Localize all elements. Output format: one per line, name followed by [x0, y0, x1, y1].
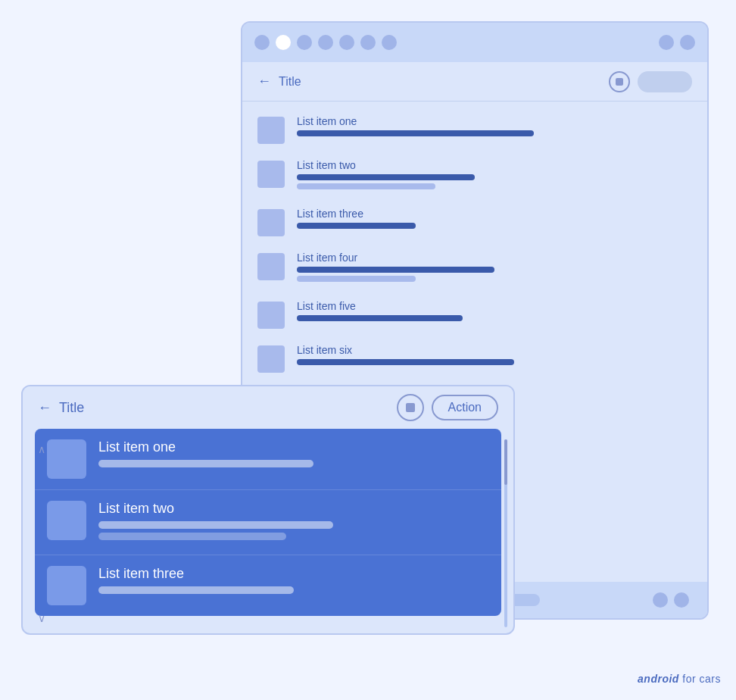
item-title: List item one [98, 439, 489, 455]
back-arrow-icon[interactable]: ← [257, 73, 271, 89]
stop-icon [406, 403, 415, 412]
list-item[interactable]: List item two [242, 152, 707, 200]
item-bar-secondary [297, 183, 435, 189]
dot-1 [254, 35, 270, 50]
item-content: List item one [297, 115, 692, 139]
item-thumbnail [257, 345, 285, 373]
item-bar-secondary [297, 276, 416, 282]
action-button[interactable]: Action [432, 395, 498, 420]
item-bar-primary [297, 267, 494, 273]
item-title: List item six [297, 344, 692, 356]
dot-7 [382, 35, 397, 50]
dot-5 [339, 35, 354, 50]
item-title: List item two [297, 159, 692, 171]
back-window-action-pill[interactable] [638, 71, 692, 92]
item-content: List item four [297, 252, 692, 285]
chevron-up-icon[interactable]: ∧ [38, 443, 45, 455]
item-thumbnail [47, 566, 86, 605]
brand-label: android for cars [638, 673, 721, 685]
list-item[interactable]: List item one [242, 108, 707, 152]
list-item[interactable]: List item two [35, 490, 501, 555]
chevron-down-icon[interactable]: ∨ [38, 612, 45, 624]
dot-3 [297, 35, 312, 50]
item-thumbnail [257, 161, 285, 188]
item-thumbnail [47, 439, 86, 479]
bottom-right-dot-1 [653, 592, 668, 608]
item-title: List item three [297, 208, 692, 220]
front-window-app-bar: ← Title Action [23, 386, 513, 429]
front-back-arrow-icon[interactable]: ← [38, 400, 51, 416]
item-title: List item three [98, 566, 489, 582]
item-content: List item one [98, 439, 489, 471]
dot-2 [276, 35, 291, 50]
back-window-list: List item one List item two List item th… [242, 102, 707, 430]
front-window-title: Title [59, 400, 389, 416]
title-bar-dots [254, 35, 650, 50]
right-dot-2 [680, 35, 695, 50]
item-bar-primary [98, 460, 313, 467]
item-title: List item four [297, 252, 692, 264]
back-window-title-bar [242, 23, 707, 62]
front-window-stop-button[interactable] [397, 394, 424, 421]
item-thumbnail [257, 302, 285, 329]
back-window-app-bar: ← Title [242, 62, 707, 102]
brand-italic: android [638, 673, 679, 685]
bottom-right-dots [653, 592, 689, 608]
list-item[interactable]: List item five [242, 292, 707, 336]
stop-icon [616, 78, 623, 86]
list-item[interactable]: List item three [35, 555, 501, 616]
title-bar-right-dots [659, 35, 695, 50]
brand-rest: for cars [679, 673, 721, 685]
item-bar-primary [297, 223, 416, 229]
list-item[interactable]: List item one [35, 429, 501, 490]
item-bar-primary [297, 315, 463, 321]
item-content: List item two [98, 501, 489, 544]
item-bar-primary [98, 586, 294, 594]
dot-6 [360, 35, 376, 50]
item-title: List item one [297, 115, 692, 127]
item-content: List item two [297, 159, 692, 192]
item-thumbnail [47, 501, 86, 540]
front-window: ← Title Action ∧ List item one List item… [21, 385, 515, 635]
item-bar-primary [297, 359, 514, 365]
item-content: List item three [297, 208, 692, 232]
item-thumbnail [257, 253, 285, 280]
item-thumbnail [257, 209, 285, 236]
item-bar-secondary [98, 533, 286, 540]
item-title: List item five [297, 300, 692, 312]
back-window-title: Title [279, 75, 601, 89]
item-thumbnail [257, 117, 285, 144]
list-item[interactable]: List item four [242, 244, 707, 292]
item-title: List item two [98, 501, 489, 517]
item-content: List item three [98, 566, 489, 598]
item-bar-primary [98, 521, 333, 529]
item-content: List item six [297, 344, 692, 368]
right-dot-1 [659, 35, 674, 50]
list-item[interactable]: List item six [242, 336, 707, 380]
item-content: List item five [297, 300, 692, 324]
scroll-track [504, 439, 507, 627]
item-bar-primary [297, 130, 534, 136]
list-item[interactable]: List item three [242, 200, 707, 244]
item-bar-primary [297, 174, 475, 180]
bottom-right-dot-2 [674, 592, 689, 608]
scroll-thumb[interactable] [504, 439, 507, 485]
dot-4 [318, 35, 333, 50]
front-window-list: List item one List item two List item th… [35, 429, 501, 616]
back-window-stop-button[interactable] [609, 71, 630, 92]
